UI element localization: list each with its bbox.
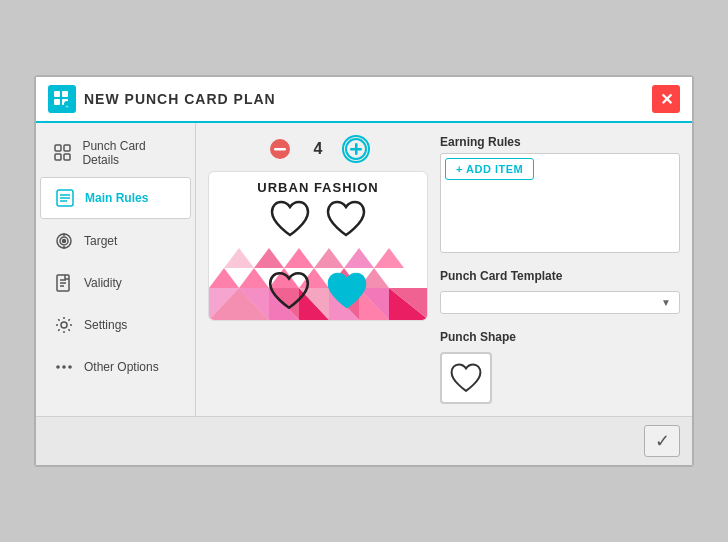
settings-icon: [52, 313, 76, 337]
punch-shape-label: Punch Shape: [440, 330, 680, 344]
add-item-button[interactable]: + ADD ITEM: [445, 158, 534, 180]
earning-rules-box: + ADD ITEM: [440, 153, 680, 253]
template-section: Punch Card Template ▼: [440, 269, 680, 314]
card-hearts-bottom: [209, 270, 427, 312]
sidebar-item-punch-card-details[interactable]: Punch Card Details: [40, 131, 191, 175]
card-preview-section: 4 URBAN FASHION: [208, 135, 428, 404]
header-icon: +: [48, 85, 76, 113]
svg-rect-0: [54, 91, 60, 97]
right-panel: Earning Rules + ADD ITEM Punch Card Temp…: [440, 135, 680, 404]
main-content: 4 URBAN FASHION: [196, 123, 692, 416]
chevron-down-icon: ▼: [661, 297, 671, 308]
heart-outline-2: [324, 199, 368, 239]
header-left: + NEW PUNCH CARD PLAN: [48, 85, 276, 113]
svg-point-16: [63, 240, 66, 243]
sidebar-item-other-options[interactable]: Other Options: [40, 347, 191, 387]
sidebar-item-settings[interactable]: Settings: [40, 305, 191, 345]
sidebar-item-validity[interactable]: Validity: [40, 263, 191, 303]
svg-marker-54: [314, 248, 344, 268]
decrement-button[interactable]: [266, 135, 294, 163]
doc-icon: [52, 271, 76, 295]
svg-point-25: [62, 365, 66, 369]
punch-shape-selector[interactable]: [440, 352, 492, 404]
card-bottom-area: [209, 248, 427, 320]
heart-filled-cyan: [324, 270, 370, 312]
sidebar-label-main-rules: Main Rules: [85, 191, 148, 205]
earning-rules-label: Earning Rules: [440, 135, 680, 149]
svg-rect-28: [274, 148, 286, 151]
svg-rect-2: [54, 99, 60, 105]
svg-text:+: +: [65, 103, 69, 108]
sidebar-label-validity: Validity: [84, 276, 122, 290]
card-brand-title: URBAN FASHION: [257, 172, 378, 199]
svg-marker-53: [284, 248, 314, 268]
card-preview: URBAN FASHION: [208, 171, 428, 321]
sidebar-label-target: Target: [84, 234, 117, 248]
card-hearts-top: [268, 199, 368, 239]
heart-outline-bottom: [266, 270, 312, 312]
list-icon: [53, 186, 77, 210]
svg-point-24: [56, 365, 60, 369]
sidebar-item-target[interactable]: Target: [40, 221, 191, 261]
svg-rect-1: [62, 91, 68, 97]
svg-point-23: [61, 322, 67, 328]
svg-marker-56: [374, 248, 404, 268]
heart-outline-1: [268, 199, 312, 239]
increment-button[interactable]: [342, 135, 370, 163]
sidebar-label-other-options: Other Options: [84, 360, 159, 374]
card-counter: 4: [266, 135, 371, 163]
earning-rules-section: Earning Rules + ADD ITEM: [440, 135, 680, 253]
new-punch-card-dialog: + NEW PUNCH CARD PLAN ✕ Punch Card Detai: [34, 75, 694, 467]
heart-shape-icon: [448, 362, 484, 394]
sidebar-item-main-rules[interactable]: Main Rules: [40, 177, 191, 219]
close-button[interactable]: ✕: [652, 85, 680, 113]
svg-marker-55: [344, 248, 374, 268]
svg-rect-31: [355, 143, 358, 155]
dots-icon: [52, 355, 76, 379]
checkmark-icon: ✓: [655, 430, 670, 452]
template-dropdown[interactable]: ▼: [440, 291, 680, 314]
template-label: Punch Card Template: [440, 269, 680, 283]
svg-rect-6: [55, 145, 61, 151]
dialog-header: + NEW PUNCH CARD PLAN ✕: [36, 77, 692, 123]
sidebar-label-settings: Settings: [84, 318, 127, 332]
sidebar-label-punch-card-details: Punch Card Details: [82, 139, 179, 167]
confirm-button[interactable]: ✓: [644, 425, 680, 457]
punch-shape-section: Punch Shape: [440, 330, 680, 404]
svg-point-26: [68, 365, 72, 369]
counter-value: 4: [314, 140, 323, 158]
grid-icon: [52, 141, 74, 165]
svg-marker-52: [254, 248, 284, 268]
svg-marker-51: [224, 248, 254, 268]
dialog-title: NEW PUNCH CARD PLAN: [84, 91, 276, 107]
dialog-footer: ✓: [36, 416, 692, 465]
sidebar: Punch Card Details Main Rules: [36, 123, 196, 416]
svg-rect-9: [64, 154, 70, 160]
dialog-body: Punch Card Details Main Rules: [36, 123, 692, 416]
svg-rect-7: [64, 145, 70, 151]
svg-rect-8: [55, 154, 61, 160]
target-icon: [52, 229, 76, 253]
